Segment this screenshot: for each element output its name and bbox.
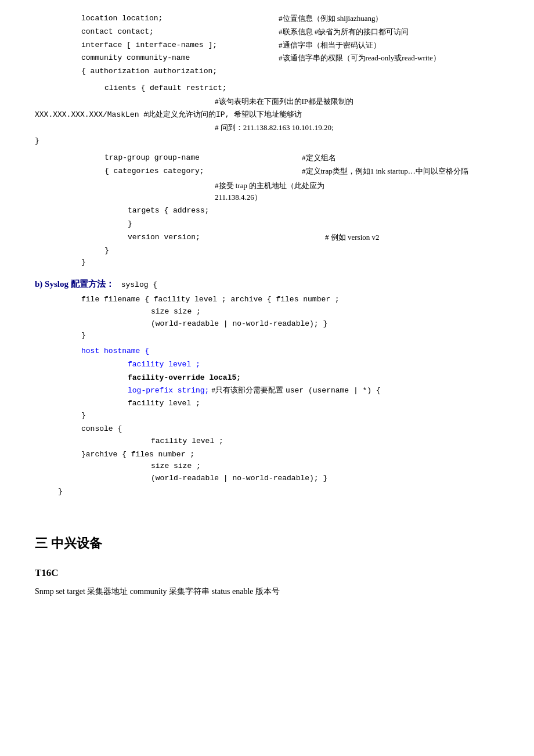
clients-block: clients { default restrict; #该句表明未在下面列出的… (35, 82, 499, 147)
trap-brace1: } (104, 245, 499, 257)
facility-override-text: facility-override local5; (128, 373, 241, 382)
trap-brace2: } (81, 257, 499, 269)
facility-override-line: facility-override local5; (128, 371, 499, 384)
trap-group-comment: #定义组名 (302, 152, 336, 164)
syslog-body: file filename { facility level ; archive… (35, 294, 499, 498)
contact-comment: #联系信息 #缺省为所有的接口都可访问 (279, 26, 409, 38)
targets-close-brace: } (35, 218, 499, 231)
categories-line: { categories category; #定义trap类型，例如1 ink… (35, 165, 499, 178)
facility-level-blue-text: facility level ; (128, 360, 200, 369)
trap-group-line: trap-group group-name #定义组名 (35, 152, 499, 164)
community-line: community community-name #该通信字串的权限（可为rea… (35, 52, 499, 64)
targets-line: targets { address; (35, 205, 499, 217)
location-comment: #位置信息（例如 shijiazhuang） (279, 13, 383, 25)
archive-line: }archive { files number ; (81, 449, 499, 461)
section-three-title: 三 中兴设备 (35, 533, 499, 553)
clients-close-brace: } (35, 135, 39, 147)
page-content: location location; #位置信息（例如 shijiazhuang… (35, 13, 499, 598)
ip-comment: # 问到：211.138.82.163 10.101.19.20; (215, 122, 334, 134)
host-line: host hostname { (81, 344, 499, 358)
authorization-line: { authorization authorization; (35, 66, 499, 78)
console-line: console { (81, 423, 499, 435)
masklen-line: XXX.XXX.XXX.XXX/MaskLen #此处定义允许访问的IP, 希望… (35, 109, 499, 121)
trap-block: trap-group group-name #定义组名 { categories… (35, 152, 499, 269)
categories-code: { categories category; (104, 165, 290, 178)
masklen-code: XXX.XXX.XXX.XXX/MaskLen #此处定义允许访问的IP, 希望… (35, 109, 302, 121)
authorization-code: { authorization authorization; (81, 66, 267, 78)
console-facility-line: facility level ; (151, 435, 499, 448)
syslog-file-line: file filename { facility level ; archive… (81, 294, 499, 306)
location-line: location location; #位置信息（例如 shijiazhuang… (35, 13, 499, 25)
targets-brace: } (128, 218, 132, 231)
contact-code: contact contact; (81, 26, 267, 38)
clients-comment-line: #该句表明未在下面列出的IP都是被限制的 (35, 96, 499, 108)
syslog-brace1: } (81, 330, 499, 342)
syslog-heading-b: b) Syslog 配置方法： (35, 277, 114, 291)
user-code: user (username | *) { (286, 385, 381, 397)
archive-size-line: size size ; (151, 460, 499, 473)
version-code: version version; (128, 232, 313, 244)
log-prefix-code: log-prefix string; (128, 385, 209, 397)
contact-line: contact contact; #联系信息 #缺省为所有的接口都可访问 (35, 26, 499, 38)
clients-comment-text: #该句表明未在下面列出的IP都是被限制的 (215, 96, 353, 108)
location-code: location location; (81, 13, 267, 25)
targets-code: targets { address; (128, 205, 313, 217)
interface-line: interface [ interface-names ]; #通信字串（相当于… (35, 39, 499, 52)
t16c-desc: Snmp set target 采集器地址 community 采集字符串 st… (35, 585, 499, 598)
syslog-size-line: size size ; (151, 306, 499, 318)
log-prefix-line: log-prefix string; #只有该部分需要配置 user (user… (128, 384, 499, 397)
t16c-section: T16C Snmp set target 采集器地址 community 采集字… (35, 565, 499, 599)
ip-line: # 问到：211.138.82.163 10.101.19.20; (215, 122, 499, 134)
interface-comment: #通信字串（相当于密码认证） (279, 39, 381, 52)
facility-level-blue: facility level ; (128, 358, 499, 371)
community-comment: #该通信字串的权限（可为read-only或read-write） (279, 52, 441, 64)
syslog-outer-brace: } (58, 486, 499, 498)
archive-world-line: (world-readable | no-world-readable); } (151, 473, 499, 485)
host-code: host hostname { (81, 347, 149, 355)
clients-code: clients { default restrict; (104, 82, 290, 95)
interface-code: interface [ interface-names ]; (81, 39, 267, 52)
host-close-brace: } (81, 410, 499, 422)
targets-comment-above: #接受 trap 的主机地址（此处应为211.138.4.26） (215, 180, 499, 204)
version-line: version version; # 例如 version v2 (35, 232, 499, 244)
t16c-title: T16C (35, 565, 499, 581)
clients-brace: } (35, 135, 499, 147)
facility-level-line2: facility level ; (128, 397, 499, 410)
syslog-heading: b) Syslog 配置方法： syslog { (35, 277, 499, 291)
clients-line: clients { default restrict; (35, 82, 499, 95)
syslog-keyword: syslog { (121, 279, 157, 291)
version-comment: # 例如 version v2 (325, 232, 380, 244)
section-three: 三 中兴设备 (35, 533, 499, 553)
facility-level-text2: facility level ; (128, 399, 200, 408)
community-code: community community-name (81, 52, 267, 64)
categories-comment: #定义trap类型，例如1 ink startup…中间以空格分隔 (302, 165, 468, 178)
syslog-world-line: (world-readable | no-world-readable); } (151, 318, 499, 330)
trap-group-code: trap-group group-name (104, 152, 290, 164)
snmp-config-block: location location; #位置信息（例如 shijiazhuang… (35, 13, 499, 78)
log-prefix-comment: #只有该部分需要配置 (211, 384, 283, 397)
